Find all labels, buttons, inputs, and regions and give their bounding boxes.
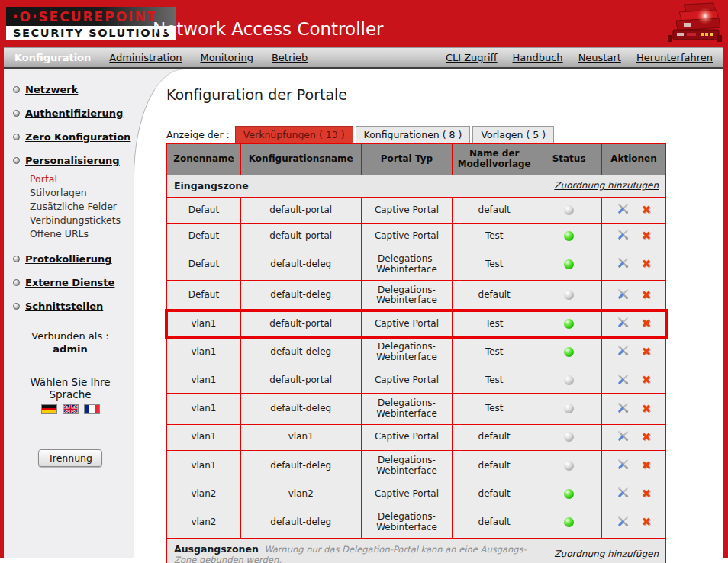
sidebar-subitem-zusaetzliche-felder[interactable]: Zusätzliche Felder xyxy=(30,200,134,214)
disconnect-button[interactable]: Trennung xyxy=(38,449,102,467)
nav-link-cli-zugriff[interactable]: CLI Zugriff xyxy=(446,52,498,63)
cell-zone: Defaut xyxy=(167,249,241,280)
edit-tools-icon[interactable] xyxy=(617,515,630,531)
delete-icon[interactable] xyxy=(642,204,652,217)
section-title: Ausgangszonen xyxy=(174,543,259,555)
cell-type: Delegations-Webinterface xyxy=(361,280,453,311)
section-left-cell: Ausgangszonen Warnung nur das Delegation… xyxy=(167,538,536,563)
section-left-cell: Eingangszone xyxy=(167,175,536,198)
table-row[interactable]: vlan2vlan2Captive Portaldefault xyxy=(167,481,666,507)
status-inactive-icon xyxy=(564,290,574,300)
cell-actions xyxy=(602,198,666,224)
cell-template: default xyxy=(453,507,536,539)
cell-actions xyxy=(602,368,666,394)
edit-tools-icon[interactable] xyxy=(617,401,630,417)
cell-zone: vlan1 xyxy=(167,311,241,337)
french-flag[interactable] xyxy=(84,404,100,414)
sidebar-link-netzwerk[interactable]: Netzwerk xyxy=(25,84,78,95)
sidebar-link-zero-konfiguration[interactable]: Zero Konfiguration xyxy=(25,131,130,143)
table-row[interactable]: Defautdefault-delegDelegations-Webinterf… xyxy=(167,280,666,311)
status-active-icon xyxy=(564,517,574,527)
edit-tools-icon[interactable] xyxy=(617,429,630,446)
delete-icon[interactable] xyxy=(642,516,652,529)
sidebar-subitem-stilvorlagen[interactable]: Stilvorlagen xyxy=(30,186,134,200)
delete-icon[interactable] xyxy=(642,403,652,416)
german-flag[interactable] xyxy=(41,404,57,414)
language-label: Wählen Sie Ihre Sprache xyxy=(10,376,130,401)
nav-link-herunterfahren[interactable]: Herunterfahren xyxy=(636,52,713,63)
sidebar-subitem-offene-urls[interactable]: Offene URLs xyxy=(30,227,134,241)
delete-icon[interactable] xyxy=(642,230,652,243)
delete-icon[interactable] xyxy=(642,459,652,472)
cell-template: default xyxy=(453,424,536,450)
table-row[interactable]: Defautdefault-portalCaptive Portaldefaul… xyxy=(167,198,666,224)
cell-status xyxy=(536,198,602,224)
nav-tab-monitoring[interactable]: Monitoring xyxy=(200,52,253,63)
cell-type: Captive Portal xyxy=(361,198,453,224)
cell-actions xyxy=(602,450,666,481)
nav-tab-betrieb[interactable]: Betrieb xyxy=(272,52,308,63)
table-row[interactable]: vlan1default-portalCaptive PortalTest xyxy=(167,311,666,337)
section-title: Eingangszone xyxy=(174,180,249,191)
bullet-icon xyxy=(13,134,20,140)
cell-config: default-deleg xyxy=(240,280,361,311)
delete-icon[interactable] xyxy=(642,317,652,330)
sidebar-link-authentifizierung[interactable]: Authentifizierung xyxy=(25,108,123,119)
cell-type: Captive Portal xyxy=(361,224,453,249)
table-row[interactable]: Defautdefault-delegDelegations-Webinterf… xyxy=(167,249,666,280)
header-aktionen: Aktionen xyxy=(602,144,666,175)
cell-config: default-portal xyxy=(240,311,361,337)
add-assignment-link[interactable]: Zuordnung hinzufügen xyxy=(554,180,659,191)
add-assignment-link[interactable]: Zuordnung hinzufügen xyxy=(554,549,659,559)
edit-tools-icon[interactable] xyxy=(617,458,630,474)
cell-type: Delegations-Webinterface xyxy=(361,394,453,425)
edit-tools-icon[interactable] xyxy=(617,288,630,304)
sidebar-subitem-verbindungstickets[interactable]: Verbindungstickets xyxy=(30,214,134,227)
status-active-icon xyxy=(564,319,574,329)
sidebar-link-protokollierung[interactable]: Protokollierung xyxy=(25,253,112,265)
bullet-icon xyxy=(13,86,20,93)
table-row[interactable]: Defautdefault-portalCaptive PortalTest xyxy=(167,224,666,249)
delete-icon[interactable] xyxy=(642,289,652,302)
tabs-label: Anzeige der : xyxy=(166,129,230,143)
table-row[interactable]: vlan1default-delegDelegations-Webinterfa… xyxy=(167,336,666,368)
table-row[interactable]: vlan1default-portalCaptive PortalTest xyxy=(167,368,666,394)
edit-tools-icon[interactable] xyxy=(617,373,630,389)
nav-tab-administration[interactable]: Administration xyxy=(109,52,182,63)
nav-link-neustart[interactable]: Neustart xyxy=(578,52,621,63)
delete-icon[interactable] xyxy=(642,346,652,359)
edit-tools-icon[interactable] xyxy=(617,486,630,502)
section-link-cell: Zuordnung hinzufügen xyxy=(536,538,666,563)
delete-icon[interactable] xyxy=(642,258,652,271)
cell-type: Captive Portal xyxy=(361,481,453,507)
table-row[interactable]: vlan1default-delegDelegations-Webinterfa… xyxy=(167,450,666,481)
delete-icon[interactable] xyxy=(642,487,652,500)
sidebar-link-externe-dienste[interactable]: Externe Dienste xyxy=(25,277,114,288)
uk-flag[interactable] xyxy=(63,404,79,414)
delete-icon[interactable] xyxy=(642,431,652,444)
bullet-icon xyxy=(13,279,20,286)
securepoint-logo: ·O·SECUREPOINT SECURITY SOLUTIONS xyxy=(6,7,176,40)
nav-link-handbuch[interactable]: Handbuch xyxy=(513,52,563,63)
table-row[interactable]: vlan1default-delegDelegations-Webinterfa… xyxy=(167,394,666,425)
sidebar-link-schnittstellen[interactable]: Schnittstellen xyxy=(25,301,103,312)
edit-tools-icon[interactable] xyxy=(617,256,630,272)
table-row[interactable]: vlan1vlan1Captive Portaldefault xyxy=(167,424,666,450)
cell-actions xyxy=(602,336,666,368)
edit-tools-icon[interactable] xyxy=(617,316,630,332)
edit-tools-icon[interactable] xyxy=(617,202,630,218)
tab-vorlagen[interactable]: Vorlagen ( 5 ) xyxy=(472,126,554,143)
bullet-icon xyxy=(13,303,20,310)
tab-konfigurationen[interactable]: Konfigurationen ( 8 ) xyxy=(356,126,471,143)
edit-tools-icon[interactable] xyxy=(617,228,630,244)
sidebar-subitem-portal[interactable]: Portal xyxy=(30,172,134,186)
delete-icon[interactable] xyxy=(642,374,652,387)
cell-zone: vlan1 xyxy=(167,450,241,481)
tab-verknuepfungen[interactable]: Verknüpfungen ( 13 ) xyxy=(235,126,353,143)
cell-config: default-deleg xyxy=(240,507,361,539)
nav-tab-konfiguration[interactable]: Konfiguration xyxy=(14,52,91,63)
table-row[interactable]: vlan2default-delegDelegations-Webinterfa… xyxy=(167,507,666,539)
sidebar-link-personalisierung[interactable]: Personalisierung xyxy=(25,155,120,166)
cell-type: Captive Portal xyxy=(361,424,453,450)
edit-tools-icon[interactable] xyxy=(617,344,630,360)
